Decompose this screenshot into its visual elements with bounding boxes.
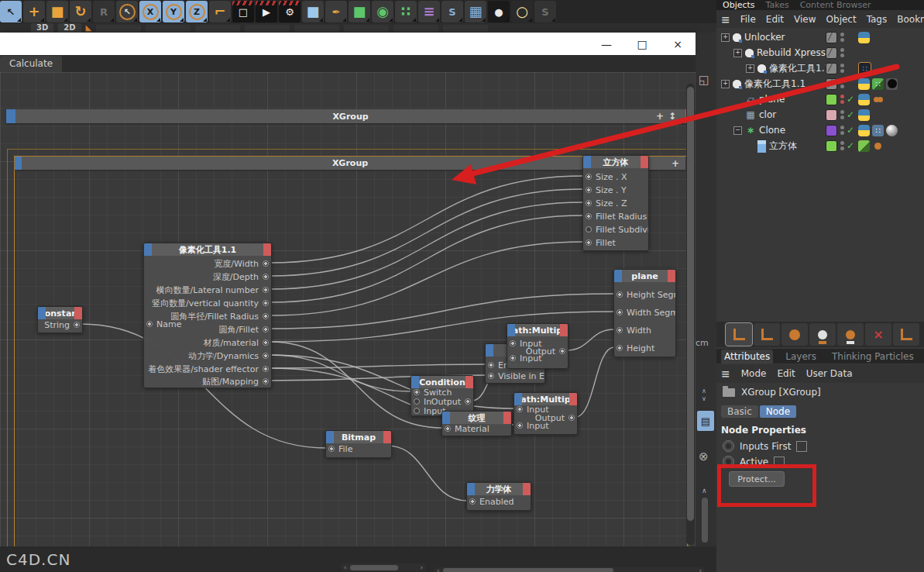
scrollbar-thumb[interactable] [687,87,694,521]
scroll-left-icon[interactable]: ‹ [434,567,443,572]
port-dot[interactable] [263,300,269,306]
render-settings[interactable]: ⚙ [279,1,301,22]
pixel-tool-port-depth[interactable]: 深度/Depth [144,271,271,282]
port-dot[interactable] [510,355,516,361]
node-titlebar[interactable]: Bitmap [326,431,391,443]
outer-xgroup-header[interactable]: XGroup + ↕ [6,109,695,123]
mograph-tag-icon[interactable]: ∷ [872,125,884,136]
port-dot[interactable] [263,260,269,267]
coordinate-system[interactable]: ⌐ [209,1,231,22]
light-object[interactable]: ○ [511,1,533,22]
pixel-tool-port-dynamics[interactable]: 动力学/Dynamics [144,350,271,361]
red-port-zone[interactable] [668,270,675,282]
port-dot[interactable] [263,378,269,384]
last-tool-grayed[interactable]: R [93,1,115,22]
globe-bar-top-button[interactable] [837,323,864,346]
node-titlebar[interactable]: 立方体 [583,156,648,168]
delete-button[interactable]: × [865,323,891,346]
expander-icon[interactable]: + [733,49,742,57]
menu-edit[interactable]: Edit [766,14,784,25]
node-pixel-tool[interactable]: 像素化工具1.1宽度/Width深度/Depth横向数量/Lateral num… [143,243,272,388]
node-titlebar[interactable]: 力学体 [467,483,531,495]
attr-tab-layers[interactable]: Layers [782,350,819,364]
red-port-zone[interactable] [560,324,568,336]
scroll-up-icon[interactable]: ∧ [702,487,707,494]
visibility-dots[interactable] [840,141,844,150]
object-row-rebuild-xpresso[interactable]: +Rebuild Xpresso [716,45,924,60]
visibility-dots[interactable] [840,110,844,119]
resize-group-icon[interactable]: ↕ [668,109,676,123]
node-titlebar[interactable]: Constant [38,307,82,319]
python-tag-icon[interactable] [858,32,870,43]
pixel-tool-port-name[interactable]: Name [144,319,271,329]
camera-object[interactable]: ● [488,1,510,22]
red-port-zone[interactable] [503,412,511,424]
object-row-clor[interactable]: ▦clor✓ [716,107,924,122]
horizontal-scrollbar-2[interactable]: ‹ › [434,567,705,572]
enabled-check-icon[interactable]: ✓ [847,109,856,120]
port-dot[interactable] [445,426,451,432]
object-row-pixel-tool-root[interactable]: +像素化工具1.1∷ [716,76,924,91]
pixel-tool-port-shader-effector[interactable]: 着色效果器/shader effector [144,364,271,374]
object-row-pixel-tool-child[interactable]: +像素化工具1.1∷ [716,60,924,76]
port-dot[interactable] [586,213,592,219]
cube-port-size-x[interactable]: Size . X [583,171,648,182]
python-tag-icon[interactable] [858,78,870,90]
cube-port-size-y[interactable]: Size . Y [583,184,648,195]
move-tool[interactable]: + [23,1,45,22]
object-row-plane[interactable]: ▱plane✓ [716,91,924,107]
port-dot[interactable] [414,389,420,395]
red-port-zone[interactable] [74,307,82,319]
port-dot[interactable] [517,406,523,412]
window-restore-icon[interactable]: ◱ [699,73,709,87]
pixel-tool-port-vertical-quantity[interactable]: 竖向数量/vertical quantity [144,298,271,308]
node-bitmap[interactable]: BitmapFile [325,430,392,458]
xgroup-blue-port-zone[interactable] [15,157,22,170]
node-dynamics-body[interactable]: 力学体Enabled [466,482,531,511]
visibility-dots[interactable] [840,79,844,88]
orange-balls-tag-icon[interactable] [872,94,884,105]
visibility-dots[interactable] [840,48,844,57]
port-dot[interactable] [586,239,592,246]
menu-burger-icon[interactable]: ≡ [721,367,730,380]
port-dot[interactable] [586,187,592,193]
scrollbar-thumb[interactable] [350,565,398,570]
object-row-cube[interactable]: 立方体✓ [716,138,924,153]
attr-menu-mode[interactable]: Mode [741,368,767,379]
rotate-tool[interactable]: ↻ [70,1,91,22]
sr-grayed[interactable]: S [534,1,556,22]
mode-tab-node[interactable]: Node [760,405,796,418]
array-mograph[interactable]: ∷ [395,1,417,22]
port-dot[interactable] [617,345,623,351]
blue-port-zone[interactable] [583,156,591,168]
black-sphere-tag-icon[interactable] [886,78,898,90]
orange-ball-tag-icon[interactable] [872,140,884,152]
menu-tags[interactable]: Tags [867,14,888,25]
cube-port-size-z[interactable]: Size . Z [583,198,648,208]
port-dot[interactable] [465,398,471,405]
render-view[interactable]: □ [232,1,254,22]
dynamics-body-port-enabled[interactable]: Enabled [467,496,531,507]
blue-port-zone[interactable] [507,324,515,336]
expander-icon[interactable]: + [721,33,730,42]
math-multiply-2-port-input[interactable]: Input [514,420,577,431]
plane-port-height[interactable]: Height [614,343,675,353]
visibility-dots[interactable] [840,95,844,104]
cage-deformer[interactable]: ◉ [372,1,393,22]
port-dot[interactable] [263,287,269,293]
editor-vertical-scrollbar[interactable] [686,84,695,545]
port-dot[interactable] [488,362,494,368]
red-port-zone[interactable] [641,156,648,168]
minimize-button[interactable]: — [589,33,624,55]
lock-y-axis[interactable]: Y [163,1,184,22]
port-dot[interactable] [74,322,80,328]
node-titlebar[interactable]: 像素化工具1.1 [144,243,271,256]
port-dot[interactable] [328,446,335,452]
node-titlebar[interactable]: plane [614,270,675,282]
pixel-tool-port-material[interactable]: 材质/material [144,337,271,348]
attr-tab-attributes[interactable]: Attributes [721,350,773,364]
blue-port-zone[interactable] [38,307,46,319]
layer-color-swatch[interactable] [826,140,837,152]
render-to-picture-viewer[interactable]: ▶ [256,1,277,22]
edit-toggle-icon[interactable] [826,63,837,74]
